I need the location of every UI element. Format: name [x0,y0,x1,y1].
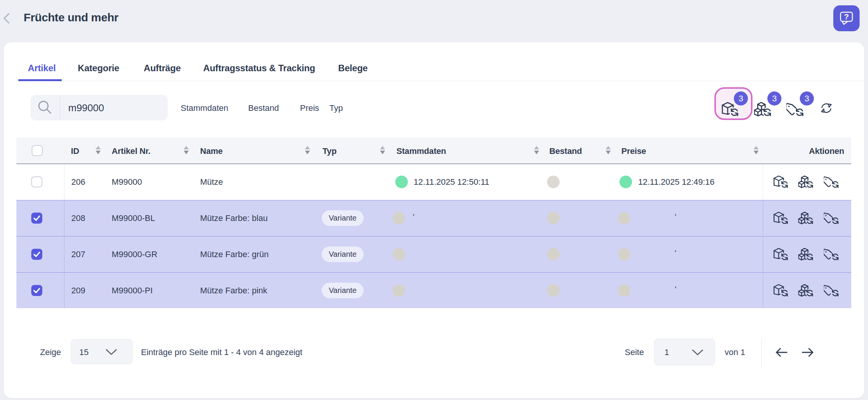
svg-text:?: ? [844,12,849,21]
